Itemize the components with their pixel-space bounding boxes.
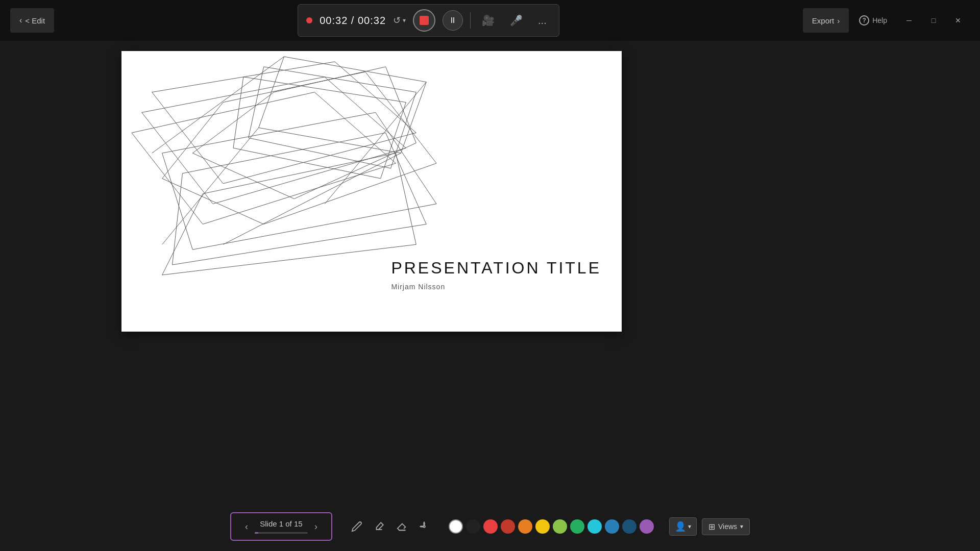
back-icon: ‹ [19,16,22,25]
color-swatch-cyan[interactable] [587,519,602,534]
maximize-button[interactable]: □ [922,12,945,29]
svg-marker-13 [162,72,436,224]
svg-marker-8 [162,153,416,275]
color-swatch-orange[interactable] [518,519,532,534]
maximize-icon: □ [932,16,936,24]
svg-line-11 [223,153,401,244]
color-swatch-dark-red[interactable] [501,519,515,534]
timer-display: 00:32 / 00:32 [320,15,386,27]
prev-slide-button[interactable]: ‹ [238,518,255,535]
slide-canvas: PRESENTATION TITLE Mirjam Nilsson [121,51,622,332]
camera-icon: 🎥 [482,14,495,27]
color-swatch-white[interactable] [449,519,463,534]
views-chevron-icon: ▾ [740,523,743,530]
right-tools: 👤 ▾ ⊞ Views ▾ [669,517,750,536]
help-area: ? Help [859,15,887,26]
svg-marker-5 [132,92,396,224]
export-label: Export [812,16,834,25]
chevron-right-icon: › [837,16,840,25]
color-swatch-red[interactable] [483,519,498,534]
color-swatch-lime[interactable] [553,519,567,534]
edit-label: < Edit [25,16,45,25]
eraser-icon [396,521,407,532]
export-button[interactable]: Export › [803,8,849,33]
color-swatch-dark-blue[interactable] [622,519,636,534]
microphone-button[interactable]: 🎤 [506,12,527,29]
microphone-icon: 🎤 [510,14,523,27]
camera-button[interactable]: 🎥 [478,12,499,29]
color-swatch-yellow[interactable] [535,519,550,534]
svg-line-12 [162,128,259,244]
highlighter-tool-button[interactable] [370,517,388,536]
laser-tool-button[interactable] [415,517,433,536]
chevron-down-icon: ▾ [403,17,406,24]
grid-icon: ⊞ [708,522,715,532]
svg-point-17 [423,525,425,528]
slide-progress-bar [255,532,308,534]
eraser-tool-button[interactable] [393,517,411,536]
views-button[interactable]: ⊞ Views ▾ [702,518,750,535]
refresh-icon: ↺ [393,15,401,26]
next-slide-button[interactable]: › [308,518,324,535]
stop-button[interactable] [413,9,435,32]
next-icon: › [314,521,317,532]
color-swatch-black[interactable] [466,519,480,534]
pen-icon [351,521,362,532]
avatar-toggle-button[interactable]: 👤 ▾ [669,517,697,536]
slide-navigation: ‹ Slide 1 of 15 › [230,512,332,541]
prev-icon: ‹ [245,521,248,532]
color-swatch-green[interactable] [570,519,584,534]
divider [470,12,471,29]
minimize-button[interactable]: ─ [897,12,921,29]
svg-marker-1 [249,67,416,168]
slide-counter: Slide 1 of 15 [255,519,308,534]
slide-graphic [121,51,447,276]
color-swatch-blue[interactable] [605,519,619,534]
close-icon: ✕ [955,16,961,24]
slide-counter-text: Slide 1 of 15 [255,519,308,528]
top-bar: ‹ < Edit 00:32 / 00:32 ↺ ▾ ⏸ 🎥 🎤 ... [0,0,980,41]
bottom-toolbar: ‹ Slide 1 of 15 › [0,512,980,541]
recording-indicator [306,17,312,23]
pause-button[interactable]: ⏸ [443,10,463,31]
avatar-chevron-icon: ▾ [688,523,691,530]
slide-subtitle: Mirjam Nilsson [391,283,601,291]
color-swatches [449,519,654,534]
slide-title: PRESENTATION TITLE [391,259,601,278]
help-label: Help [872,16,887,24]
more-button[interactable]: ... [534,13,551,29]
avatar-icon: 👤 [675,521,686,532]
pause-icon: ⏸ [449,16,457,25]
svg-line-9 [152,57,284,153]
ellipsis-icon: ... [538,15,547,27]
highlighter-icon [374,521,385,532]
stop-icon [420,16,429,25]
close-button[interactable]: ✕ [946,12,970,29]
pen-tool-button[interactable] [348,517,366,536]
svg-marker-7 [173,133,427,265]
refresh-button[interactable]: ↺ ▾ [393,15,406,26]
window-controls: ─ □ ✕ [897,12,970,29]
svg-line-10 [325,82,426,204]
color-swatch-purple[interactable] [640,519,654,534]
help-icon[interactable]: ? [859,15,869,26]
recording-bar: 00:32 / 00:32 ↺ ▾ ⏸ 🎥 🎤 ... [298,4,559,37]
slide-progress-fill [255,532,258,534]
laser-icon [419,521,430,532]
minimize-icon: ─ [906,16,912,24]
pen-tools [348,517,433,536]
slide-text-area: PRESENTATION TITLE Mirjam Nilsson [391,259,601,291]
edit-button[interactable]: ‹ < Edit [10,8,54,33]
views-label: Views [718,522,737,531]
